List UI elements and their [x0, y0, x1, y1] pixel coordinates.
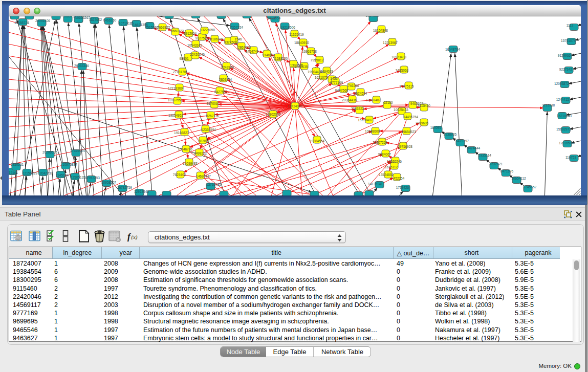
svg-text:10046786: 10046786	[178, 147, 192, 151]
svg-text:19218506: 19218506	[280, 26, 295, 29]
svg-text:1621072: 1621072	[314, 76, 328, 79]
svg-text:17016504: 17016504	[559, 141, 574, 145]
svg-text:9242848: 9242848	[221, 65, 234, 69]
svg-text:7625402: 7625402	[172, 173, 186, 177]
svg-text:10719185: 10719185	[119, 21, 134, 25]
svg-text:18724007: 18724007	[288, 104, 302, 108]
svg-text:8471676: 8471676	[500, 169, 513, 173]
svg-text:2718170: 2718170	[172, 70, 186, 74]
svg-text:2935114: 2935114	[478, 154, 491, 157]
svg-text:19654923: 19654923	[401, 130, 416, 134]
svg-text:20091406: 20091406	[35, 19, 50, 23]
svg-text:15692971: 15692971	[556, 127, 571, 131]
svg-text:16648784: 16648784	[445, 48, 460, 51]
svg-text:1546: 1546	[234, 37, 242, 41]
svg-text:3215938: 3215938	[541, 103, 555, 107]
svg-text:10975887: 10975887	[62, 163, 77, 166]
svg-text:16520746: 16520746	[387, 160, 402, 163]
svg-text:10653267: 10653267	[75, 16, 90, 19]
svg-text:22420046: 22420046	[190, 53, 205, 56]
svg-text:1615112: 1615112	[385, 165, 398, 169]
svg-text:14691447: 14691447	[196, 174, 211, 178]
svg-text:8878312: 8878312	[198, 139, 211, 143]
svg-text:6466160: 6466160	[103, 18, 116, 22]
svg-text:1588520: 1588520	[274, 57, 288, 60]
svg-text:18807269: 18807269	[373, 141, 387, 144]
svg-text:7515526: 7515526	[145, 26, 158, 29]
svg-text:3624554: 3624554	[354, 92, 367, 95]
svg-text:452254: 452254	[393, 177, 404, 180]
svg-text:19384554: 19384554	[310, 139, 324, 143]
svg-text:12156829: 12156829	[23, 171, 37, 175]
svg-text:17975115: 17975115	[399, 84, 414, 88]
svg-text:9084067: 9084067	[378, 152, 391, 156]
svg-text:8813054: 8813054	[267, 16, 280, 20]
svg-text:6479197: 6479197	[455, 139, 469, 143]
svg-text:1733426: 1733426	[396, 186, 409, 189]
svg-text:20206535: 20206535	[42, 150, 57, 154]
svg-text:6494028: 6494028	[320, 70, 333, 73]
svg-text:10807487: 10807487	[366, 98, 381, 102]
svg-text:9463627: 9463627	[410, 102, 423, 105]
svg-text:10973403: 10973403	[391, 55, 406, 59]
svg-text:1244415: 1244415	[556, 98, 569, 101]
svg-text:10654112: 10654112	[511, 177, 526, 180]
svg-text:9129966: 9129966	[557, 54, 571, 57]
svg-text:1362635: 1362635	[294, 65, 308, 69]
svg-text:1112: 1112	[566, 24, 573, 27]
svg-text:8912954: 8912954	[183, 32, 197, 35]
svg-text:3915161: 3915161	[9, 171, 18, 174]
svg-text:3099695: 3099695	[415, 121, 428, 125]
svg-text:7485063: 7485063	[395, 69, 408, 72]
svg-text:12505135: 12505135	[71, 176, 85, 179]
svg-text:13524851: 13524851	[379, 173, 394, 177]
svg-text:2069731: 2069731	[63, 16, 76, 18]
svg-text:10688609: 10688609	[365, 129, 380, 133]
svg-text:12353594: 12353594	[201, 128, 216, 132]
svg-text:12923448: 12923448	[134, 190, 149, 193]
svg-text:16210643: 16210643	[557, 114, 572, 118]
svg-text:19302073: 19302073	[266, 113, 280, 116]
svg-text:17957253: 17957253	[85, 176, 100, 180]
svg-text:9327508: 9327508	[224, 40, 237, 44]
svg-text:10958107: 10958107	[101, 181, 116, 184]
svg-text:8938926: 8938926	[443, 133, 456, 136]
svg-text:2867608: 2867608	[237, 46, 251, 49]
svg-text:12213369: 12213369	[168, 86, 183, 90]
svg-text:15751074: 15751074	[561, 39, 576, 42]
svg-text:20053346: 20053346	[74, 64, 89, 68]
svg-text:19756928: 19756928	[398, 145, 412, 148]
svg-text:19654952: 19654952	[168, 114, 183, 117]
svg-text:8267130: 8267130	[206, 114, 219, 118]
svg-text:14136141: 14136141	[368, 182, 383, 186]
svg-text:19166827: 19166827	[174, 131, 189, 135]
svg-text:3498212: 3498212	[193, 151, 207, 155]
svg-text:164095: 164095	[430, 126, 441, 129]
svg-text:8427552: 8427552	[214, 90, 227, 94]
svg-text:12213967: 12213967	[383, 41, 398, 45]
svg-text:10543342: 10543342	[187, 43, 202, 47]
svg-text:7357224: 7357224	[230, 26, 243, 29]
svg-text:9327505: 9327505	[195, 36, 208, 40]
svg-text:7386322: 7386322	[351, 107, 364, 111]
svg-text:9777169: 9777169	[330, 81, 343, 84]
svg-text:14055724: 14055724	[14, 21, 29, 25]
svg-text:8454749: 8454749	[245, 50, 258, 53]
svg-text:1010755: 1010755	[167, 98, 181, 102]
svg-text:7955812: 7955812	[310, 58, 323, 62]
svg-text:13226058: 13226058	[200, 28, 215, 32]
svg-text:62160: 62160	[383, 101, 393, 104]
svg-text:1453: 1453	[330, 77, 338, 80]
svg-text:9245652: 9245652	[523, 185, 536, 189]
svg-text:9227342: 9227342	[559, 68, 572, 71]
svg-text:7663822: 7663822	[157, 26, 170, 29]
svg-text:1350561: 1350561	[10, 163, 24, 166]
svg-text:16154808: 16154808	[373, 29, 388, 32]
svg-text:15720407: 15720407	[358, 118, 373, 122]
svg-text:16782759: 16782759	[117, 186, 132, 189]
svg-text:6497568: 6497568	[335, 89, 348, 92]
svg-text:14099483: 14099483	[183, 162, 198, 165]
svg-text:(x): (x)	[131, 234, 138, 240]
svg-text:13716485: 13716485	[206, 183, 221, 186]
svg-text:14495754: 14495754	[403, 115, 418, 119]
